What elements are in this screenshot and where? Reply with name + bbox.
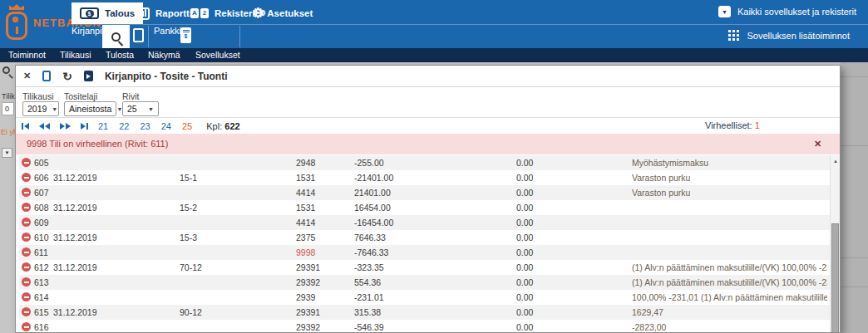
alert-close-icon[interactable]: ✕ — [814, 134, 821, 154]
page-link[interactable]: 23 — [141, 121, 150, 131]
menu-nakyma[interactable]: Näkymä — [148, 50, 180, 60]
remove-row-icon[interactable] — [22, 307, 31, 316]
menu-sovellukset[interactable]: Sovellukset — [195, 50, 240, 60]
cell-zero: 0.00 — [516, 215, 533, 230]
window-menubar: Toiminnot Tilikausi Tulosta Näkymä Sovel… — [0, 48, 868, 62]
cell-amount: -546.39 — [354, 320, 384, 333]
prev-page-button[interactable] — [39, 123, 50, 130]
remove-row-icon[interactable] — [22, 322, 31, 331]
dialog-title: Kirjanpito - Tosite - Tuonti — [105, 71, 228, 82]
page-link[interactable]: 21 — [98, 121, 108, 131]
subtab-search-active[interactable] — [102, 25, 130, 48]
import-icon[interactable] — [84, 71, 93, 81]
cell-voucher: 15-3 — [180, 230, 197, 245]
document-icon[interactable] — [133, 28, 144, 42]
cell-description: Varaston purku — [632, 170, 690, 185]
magnifier-icon — [111, 32, 121, 42]
cell-amount: 21401.00 — [354, 185, 391, 200]
remove-row-icon[interactable] — [22, 262, 31, 272]
side-dropdown-button[interactable]: ▼ — [2, 148, 12, 158]
background-panel-left: Tilik 0 Ei yh ▼ — [0, 62, 15, 333]
remove-row-icon[interactable] — [22, 158, 31, 167]
page-link[interactable]: 24 — [161, 121, 171, 131]
table-row: 6142939-231.010.00100,00% -231,01 (1) Al… — [19, 290, 831, 305]
select-tilikausi[interactable]: 2019▼ — [22, 101, 59, 116]
menu-tulosta[interactable]: Tulosta — [106, 50, 134, 60]
cell-description: -2823,00 — [632, 320, 666, 333]
cell-description: 1629,47 — [632, 305, 663, 320]
search-icon[interactable] — [2, 66, 10, 74]
select-rivit[interactable]: 25▼ — [122, 101, 159, 116]
remove-row-icon[interactable] — [22, 173, 31, 182]
app-extras-button[interactable]: Sovelluksen lisätoiminnot — [728, 30, 850, 41]
cell-account: 29392 — [296, 275, 320, 290]
cell-account: 1531 — [296, 200, 315, 215]
cell-voucher: 15-1 — [180, 170, 197, 185]
cell-voucher: 90-12 — [180, 305, 202, 320]
invoice-icon[interactable]: $ — [180, 27, 191, 43]
side-status-text: Ei yh — [1, 128, 15, 136]
close-icon[interactable]: ✕ — [23, 71, 31, 81]
cell-amount: -16454.00 — [354, 215, 393, 230]
remove-row-icon[interactable] — [22, 218, 31, 227]
current-page: 25 — [182, 121, 192, 131]
cell-row-number: 615 — [34, 305, 49, 320]
scroll-up-icon[interactable]: ▲ — [831, 157, 841, 165]
netbaron-logo-icon — [5, 4, 28, 41]
cell-zero: 0.00 — [516, 200, 533, 215]
next-page-button[interactable] — [60, 123, 71, 130]
refresh-icon[interactable]: ↻ — [62, 71, 72, 82]
all-apps-button[interactable]: ▼ Kaikki sovellukset ja rekisterit — [718, 6, 856, 17]
page-link[interactable]: 22 — [119, 121, 129, 131]
nav-row-divider — [72, 24, 868, 25]
cell-zero: 0.00 — [516, 185, 533, 200]
table-row: 61031.12.201915-323757646.330.00 — [19, 230, 831, 245]
dialog-header: ✕ ↻ Kirjanpito - Tosite - Tuonti — [16, 66, 840, 87]
cell-row-number: 616 — [34, 320, 49, 333]
table-row: 6052948-255.000.00Myöhästymismaksu — [19, 155, 831, 170]
cell-zero: 0.00 — [516, 260, 533, 275]
cell-description: Myöhästymismaksu — [632, 155, 708, 170]
banknote-icon: $ — [80, 7, 99, 19]
remove-row-icon[interactable] — [22, 203, 31, 212]
remove-row-icon[interactable] — [22, 292, 31, 301]
side-input[interactable]: 0 — [2, 102, 14, 115]
background-panel-right — [841, 62, 868, 333]
table-row: 607441421401.000.00Varaston purku — [19, 185, 831, 200]
new-document-icon[interactable] — [42, 71, 51, 81]
remove-row-icon[interactable] — [22, 247, 31, 257]
first-page-button[interactable] — [22, 123, 29, 130]
error-alert: 9998 Tili on virheellinen (Rivit: 611) ✕ — [16, 134, 840, 154]
side-label: Tilik — [2, 92, 15, 100]
menu-tilikausi[interactable]: Tilikausi — [60, 50, 91, 60]
menu-toiminnot[interactable]: Toiminnot — [8, 50, 46, 60]
scrollbar-thumb[interactable] — [831, 223, 839, 333]
cell-row-number: 609 — [34, 215, 49, 230]
last-page-button[interactable] — [81, 123, 88, 130]
filter-label-tilikausi: Tilikausi — [22, 91, 54, 101]
filter-label-tositelaji: Tositelaji — [64, 91, 97, 101]
cell-account: 2948 — [296, 155, 315, 170]
table-row: 61231.12.201970-1229391-323.350.00(1) Al… — [19, 260, 831, 275]
cell-account: 29391 — [296, 260, 320, 275]
table-scrollbar[interactable]: ▲ — [830, 155, 840, 332]
top-navigation: NETBARON $ Talous Raportti A2 Rekisterit… — [0, 0, 868, 48]
remove-row-icon[interactable] — [22, 233, 31, 242]
cell-amount: 7646.33 — [354, 230, 386, 245]
select-tositelaji[interactable]: Aineistosta▼ — [64, 101, 116, 116]
tab-asetukset[interactable]: ⚙⚙ Asetukset — [244, 2, 321, 24]
cell-description: (1) Alv:n päättäminen maksutilille/(VK) … — [632, 260, 827, 275]
cell-account: 29391 — [296, 305, 320, 320]
cell-row-number: 607 — [34, 185, 49, 200]
cell-zero: 0.00 — [516, 245, 533, 260]
cell-date: 31.12.2019 — [53, 260, 97, 275]
cell-date: 31.12.2019 — [53, 230, 97, 245]
subtab-pankki[interactable]: Pankki — [154, 26, 181, 36]
cell-account: 4414 — [296, 215, 315, 230]
remove-row-icon[interactable] — [22, 277, 31, 286]
remove-row-icon[interactable] — [22, 188, 31, 197]
grid-icon — [728, 30, 731, 32]
cell-account: 2939 — [296, 290, 315, 305]
cell-zero: 0.00 — [516, 305, 533, 320]
table-row: 6119998-7646.330.00 — [19, 245, 831, 260]
